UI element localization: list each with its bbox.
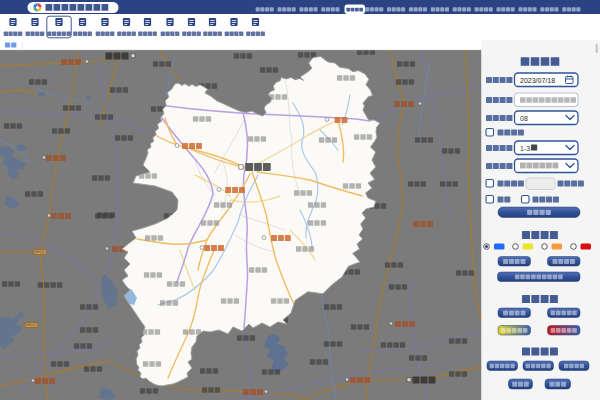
svg-text:G209: G209 xyxy=(34,249,46,255)
svg-text:G209: G209 xyxy=(25,322,37,328)
svg-text:1-3: 1-3 xyxy=(520,145,530,152)
svg-text:2023/07/18: 2023/07/18 xyxy=(520,77,555,84)
svg-text:08: 08 xyxy=(520,115,528,122)
